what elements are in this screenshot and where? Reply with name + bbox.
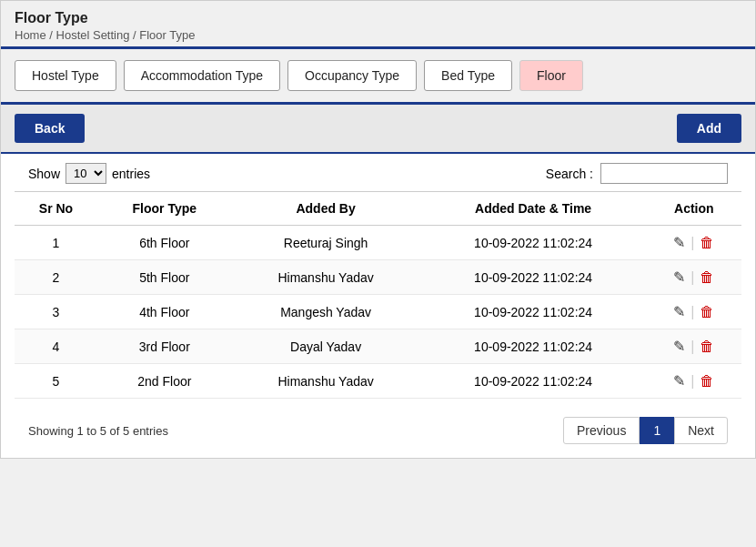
col-floor-type: Floor Type [97,192,232,226]
col-sr-no: Sr No [15,192,97,226]
action-icons: ✎|🗑 [654,372,734,390]
page-wrapper: Floor Type Home / Hostel Setting / Floor… [0,0,756,459]
cell-action: ✎|🗑 [647,226,741,260]
delete-icon[interactable]: 🗑 [700,373,714,390]
col-action: Action [647,192,741,226]
tab-accommodation-type[interactable]: Accommodation Type [124,60,280,91]
cell-sr: 1 [15,226,97,260]
content-area: Show 10 25 50 entries Search : Sr No Flo… [1,154,755,458]
tab-occupancy-type[interactable]: Occupancy Type [287,60,417,91]
data-table: Sr No Floor Type Added By Added Date & T… [15,191,741,399]
cell-action: ✎|🗑 [647,329,741,364]
table-controls: Show 10 25 50 entries Search : [15,154,741,191]
table-row: 52nd FloorHimanshu Yadav10-09-2022 11:02… [15,364,741,399]
action-divider: | [690,235,694,251]
breadcrumb: Home / Hostel Setting / Floor Type [15,28,741,42]
cell-floor-type: 2nd Floor [97,364,232,399]
cell-sr: 4 [15,329,97,364]
cell-floor-type: 3rd Floor [97,329,232,364]
search-input[interactable] [600,163,728,184]
cell-date-time: 10-09-2022 11:02:24 [420,260,647,295]
tab-hostel-type[interactable]: Hostel Type [15,60,116,91]
action-icons: ✎|🗑 [654,268,734,286]
table-header-row: Sr No Floor Type Added By Added Date & T… [15,192,741,226]
pagination: Previous 1 Next [563,417,728,444]
table-head: Sr No Floor Type Added By Added Date & T… [15,192,741,226]
tabs-row: Hostel Type Accommodation Type Occupancy… [1,49,755,105]
action-icons: ✎|🗑 [654,303,734,320]
cell-date-time: 10-09-2022 11:02:24 [420,364,647,399]
cell-added-by: Dayal Yadav [232,329,420,364]
table-row: 25th FloorHimanshu Yadav10-09-2022 11:02… [15,260,741,295]
cell-date-time: 10-09-2022 11:02:24 [420,329,647,364]
table-footer: Showing 1 to 5 of 5 entries Previous 1 N… [15,408,741,458]
cell-added-by: Mangesh Yadav [232,295,420,329]
cell-sr: 5 [15,364,97,399]
page-title: Floor Type [15,10,741,26]
action-icons: ✎|🗑 [654,338,734,355]
action-bar: Back Add [1,105,755,154]
page-1-button[interactable]: 1 [640,417,674,444]
edit-icon[interactable]: ✎ [673,234,685,251]
cell-action: ✎|🗑 [647,260,741,295]
delete-icon[interactable]: 🗑 [700,235,714,251]
table-row: 16th FloorReeturaj Singh10-09-2022 11:02… [15,226,741,260]
tab-floor[interactable]: Floor [519,60,583,91]
action-icons: ✎|🗑 [654,234,734,251]
cell-floor-type: 4th Floor [97,295,232,329]
cell-date-time: 10-09-2022 11:02:24 [420,295,647,329]
cell-floor-type: 5th Floor [97,260,232,295]
edit-icon[interactable]: ✎ [673,303,685,320]
table-row: 34th FloorMangesh Yadav10-09-2022 11:02:… [15,295,741,329]
edit-icon[interactable]: ✎ [673,338,685,355]
entries-label: entries [112,167,150,181]
show-entries: Show 10 25 50 entries [28,163,150,184]
showing-text: Showing 1 to 5 of 5 entries [28,424,168,438]
edit-icon[interactable]: ✎ [673,372,685,390]
action-divider: | [690,373,694,390]
page-header: Floor Type Home / Hostel Setting / Floor… [1,1,755,46]
cell-action: ✎|🗑 [647,295,741,329]
search-label: Search : [546,167,593,181]
action-divider: | [690,339,694,355]
delete-icon[interactable]: 🗑 [700,304,714,320]
cell-floor-type: 6th Floor [97,226,232,260]
cell-action: ✎|🗑 [647,364,741,399]
cell-date-time: 10-09-2022 11:02:24 [420,226,647,260]
add-button[interactable]: Add [677,114,741,143]
col-added-by: Added By [232,192,420,226]
cell-added-by: Himanshu Yadav [232,364,420,399]
delete-icon[interactable]: 🗑 [700,269,714,286]
table-row: 43rd FloorDayal Yadav10-09-2022 11:02:24… [15,329,741,364]
delete-icon[interactable]: 🗑 [700,339,714,355]
show-label: Show [28,167,60,181]
cell-added-by: Reeturaj Singh [232,226,420,260]
col-date-time: Added Date & Time [420,192,647,226]
cell-sr: 3 [15,295,97,329]
prev-button[interactable]: Previous [563,417,640,444]
entries-select[interactable]: 10 25 50 [66,163,106,184]
table-body: 16th FloorReeturaj Singh10-09-2022 11:02… [15,226,741,399]
cell-sr: 2 [15,260,97,295]
cell-added-by: Himanshu Yadav [232,260,420,295]
search-area: Search : [546,163,728,184]
edit-icon[interactable]: ✎ [673,268,685,286]
next-button[interactable]: Next [674,417,728,444]
tab-bed-type[interactable]: Bed Type [424,60,512,91]
action-divider: | [690,304,694,320]
back-button[interactable]: Back [15,114,85,143]
action-divider: | [690,269,694,286]
